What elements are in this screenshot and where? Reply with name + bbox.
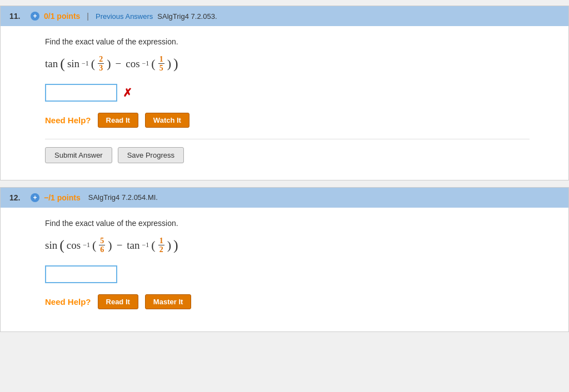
math-open-paren-1-2: ( [151,239,155,252]
math-open-paren-big: ( [60,57,65,71]
math-minus-12: − [117,239,123,252]
action-row-11: Submit Answer Save Progress [45,139,530,169]
answer-row-11: ✗ [45,84,530,102]
math-cos-inv: −1 [142,59,149,68]
math-close-paren-5-6: ) [108,239,112,252]
math-tan: tan [45,58,58,70]
question-12: 12. + −/1 points SAlgTrig4 7.2.054.MI. F… [0,187,569,332]
read-it-button-11[interactable]: Read It [98,113,138,128]
need-help-row-11: Need Help? Read It Watch It [45,113,530,128]
plus-icon-11: + [31,12,39,21]
math-open-paren-1-5: ( [151,58,155,70]
separator-11: | [87,12,89,21]
master-it-button-12[interactable]: Master It [145,294,191,309]
answer-input-11[interactable] [45,84,117,102]
need-help-row-12: Need Help? Read It Master It [45,294,530,309]
math-minus: − [116,58,122,70]
math-open-paren-big-12: ( [59,238,64,253]
question-11-body: Find the exact value of the expression. … [1,26,568,180]
points-12: −/1 points [44,193,81,202]
math-tan-12: tan [127,239,139,252]
math-cos-inv-12: −1 [83,241,90,249]
math-close-paren-big: ) [173,57,178,71]
fraction-2-3: 2 3 [98,55,104,73]
math-cos: cos [126,58,139,70]
answer-row-12 [45,265,530,283]
points-11: 0/1 points [44,12,80,21]
question-11: 11. + 0/1 points | Previous Answers SAlg… [0,6,569,180]
question-12-body: Find the exact value of the expression. … [1,208,568,331]
math-expression-11: tan ( sin −1 ( 2 3 ) − cos −1 ( 1 5 ) [45,55,530,73]
read-it-button-12[interactable]: Read It [98,294,138,309]
math-sin-inv: −1 [82,59,89,68]
watch-it-button-11[interactable]: Watch It [145,113,189,128]
math-close-paren-2-3: ) [107,58,111,70]
question-11-header: 11. + 0/1 points | Previous Answers SAlg… [1,6,568,26]
math-close-paren-big-12: ) [173,238,178,253]
math-expression-12: sin ( cos −1 ( 5 6 ) − tan −1 ( 1 2 ) [45,237,530,254]
math-tan-inv-12: −1 [142,241,149,249]
fraction-1-5: 1 5 [158,55,164,73]
math-close-paren-1-2: ) [167,239,171,252]
math-sin-12: sin [45,239,57,252]
previous-answers-link-11[interactable]: Previous Answers [96,12,153,21]
find-text-11: Find the exact value of the expression. [45,37,530,46]
fraction-1-2: 1 2 [158,237,164,254]
need-help-label-12: Need Help? [45,297,91,306]
answer-input-12[interactable] [45,265,117,283]
math-sin: sin [67,58,79,70]
save-progress-button-11[interactable]: Save Progress [118,147,184,163]
problem-ref-12: SAlgTrig4 7.2.054.MI. [88,193,158,202]
math-open-paren-5-6: ( [92,239,96,252]
question-12-number: 12. [9,193,26,202]
need-help-label-11: Need Help? [45,115,91,125]
math-cos-12: cos [67,239,81,252]
math-open-paren-2-3: ( [91,58,95,70]
plus-icon-12: + [31,193,39,202]
question-12-header: 12. + −/1 points SAlgTrig4 7.2.054.MI. [1,188,568,208]
find-text-12: Find the exact value of the expression. [45,219,530,228]
question-11-number: 11. [9,12,26,21]
fraction-5-6: 5 6 [99,237,105,254]
submit-answer-button-11[interactable]: Submit Answer [45,147,112,163]
x-mark-11: ✗ [123,86,132,99]
problem-ref-11: SAlgTrig4 7.2.053. [157,12,217,21]
math-close-paren-1-5: ) [167,58,171,70]
